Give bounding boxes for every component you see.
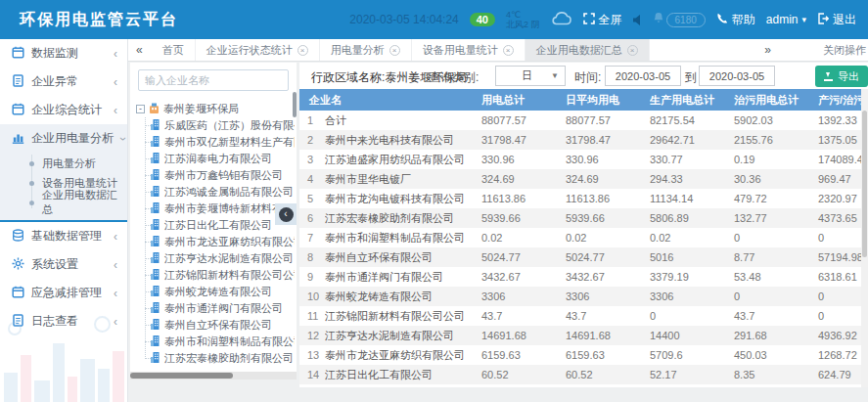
sidebar-item-6[interactable]: 应急减排管理‹ xyxy=(0,279,127,307)
sidebar: 数据监测‹企业异常‹企业综合统计‹企业用电量分析‹用电量分析设备用电量统计企业用… xyxy=(0,39,128,402)
close-icon[interactable]: × xyxy=(503,45,514,56)
scroll-tabs-right-icon[interactable]: » xyxy=(755,43,780,57)
tree-company-node[interactable]: 江苏润泰电力有限公司 xyxy=(141,151,295,167)
table-row[interactable]: 12江苏亨达水泥制造有限公司14691.6814691.6814400291.6… xyxy=(299,326,868,345)
table-row[interactable]: 15泰州市姜堰博特新材料有限公司820.04820.04738.4543.064… xyxy=(299,384,868,387)
table-row[interactable]: 7泰州市和润塑料制品有限公司0.020.020.0200 xyxy=(299,228,868,247)
tree-expander-icon[interactable]: - xyxy=(136,105,145,113)
value-cell: 3306 xyxy=(566,287,650,306)
value-cell: 479.72 xyxy=(734,189,818,208)
tree-company-node[interactable]: 泰州自立环保有限公司 xyxy=(141,317,295,334)
close-operations-menu[interactable]: 关闭操作 xyxy=(823,43,866,58)
table-vertical-scrollbar[interactable] xyxy=(861,89,868,387)
mute-icon[interactable] xyxy=(633,15,643,25)
value-cell: 5024.77 xyxy=(481,247,566,267)
sidebar-group: 基础数据管理‹ xyxy=(0,222,127,250)
table-row[interactable]: 5泰州市龙沟电镀科技有限公司11613.8611613.8611134.1447… xyxy=(299,189,868,208)
export-button[interactable]: 导出 xyxy=(815,66,868,87)
fullscreen-button[interactable]: 全屏 xyxy=(583,12,622,28)
user-menu[interactable]: admin ▾ xyxy=(766,13,806,26)
tree-company-node[interactable]: 江苏亨达水泥制造有限公司 xyxy=(141,250,295,267)
tree-company-node[interactable]: 泰州蛟龙铸造有限公司 xyxy=(141,284,295,300)
tab-4[interactable]: 企业用电数据汇总× xyxy=(525,39,650,61)
tab-0[interactable]: 首页 xyxy=(152,39,196,61)
sidebar-item-4[interactable]: 基础数据管理‹ xyxy=(0,222,127,250)
date-from-input[interactable]: 2020-03-05 xyxy=(605,66,681,86)
value-cell: 820.04 xyxy=(566,384,650,387)
table-row[interactable]: 14江苏日出化工有限公司60.5260.5252.178.35624.79 xyxy=(299,365,868,384)
company-name-cell: 泰州市姜堰博特新材料有限公司 xyxy=(325,384,481,387)
tab-2[interactable]: 用电量分析× xyxy=(320,39,412,61)
tree-company-node[interactable]: 泰州市通洋阀门有限公司 xyxy=(141,300,295,317)
sidebar-item-2[interactable]: 企业综合统计‹ xyxy=(0,96,127,124)
table-row[interactable]: 6江苏宏泰橡胶助剂有限公司5939.665939.665806.89132.77… xyxy=(299,208,868,228)
row-number: 6 xyxy=(299,208,325,228)
table-row[interactable]: 13泰州市龙达亚麻纺织有限公司6159.636159.635709.6450.0… xyxy=(299,345,868,365)
sidebar-subitem[interactable]: 企业用电数据汇总 xyxy=(0,193,127,212)
table-row[interactable]: 2泰州中来光电科技有限公司31798.4731798.4729642.71215… xyxy=(299,130,868,150)
sidebar-item-7[interactable]: 日志查看‹ xyxy=(0,307,127,335)
column-header[interactable]: 企业名 xyxy=(299,93,481,108)
table-row[interactable]: 4泰州市里华电镀厂324.69324.69294.3330.36969.47 xyxy=(299,169,868,189)
tab-1[interactable]: 企业运行状态统计× xyxy=(196,39,320,61)
column-header[interactable]: 用电总计 xyxy=(481,93,566,108)
table-row[interactable]: 3江苏迪盛家用纺织品有限公司330.96330.96330.770.191740… xyxy=(299,150,868,169)
value-cell: 330.77 xyxy=(650,150,734,169)
close-icon[interactable]: × xyxy=(627,45,638,56)
table-row[interactable]: 1合计88077.5788077.5782175.545902.031392.3… xyxy=(299,111,868,130)
tree-company-node[interactable]: 江苏日出化工有限公司 xyxy=(141,217,295,234)
company-label: 乐威医药（江苏）股份有限公司 xyxy=(164,118,295,133)
table-row[interactable]: 11江苏锦阳新材料有限公司公司43.743.7043.70 xyxy=(299,306,868,326)
sidebar-item-1[interactable]: 企业异常‹ xyxy=(0,67,127,96)
date-to-input[interactable]: 2020-03-05 xyxy=(699,66,775,86)
scrollbar-thumb[interactable] xyxy=(130,373,233,379)
tree-company-node[interactable]: 乐威医药（江苏）股份有限公司 xyxy=(141,117,295,134)
sidebar-subitem[interactable]: 用电量分析 xyxy=(0,154,127,173)
tree-root-node[interactable]: -泰州姜堰环保局 xyxy=(136,100,295,117)
query-type-select[interactable]: 日 ▼ xyxy=(495,66,566,86)
tree-vertical-scrollbar[interactable] xyxy=(293,92,297,117)
table-row[interactable]: 9泰州市通洋阀门有限公司3432.673432.673379.1953.4863… xyxy=(299,267,868,287)
tab-strip: 首页企业运行状态统计×用电量分析×设备用电量统计×企业用电数据汇总× xyxy=(152,39,650,61)
sidebar-subitem-label: 用电量分析 xyxy=(42,156,96,171)
table-row[interactable]: 10泰州蛟龙铸造有限公司33063306330600 xyxy=(299,287,868,306)
tree-root-node[interactable]: -上海市马陆工业园 xyxy=(136,367,295,368)
tree-company-node[interactable]: 泰州市万鑫钨钼有限公司 xyxy=(141,167,295,184)
time-label: 时间: xyxy=(574,69,601,86)
tab-3[interactable]: 设备用电量统计× xyxy=(412,39,525,61)
help-button[interactable]: 帮助 xyxy=(716,12,755,28)
scroll-tabs-left-icon[interactable]: « xyxy=(127,43,152,57)
logout-button[interactable]: 退出 xyxy=(817,12,856,28)
scrollbar-thumb[interactable] xyxy=(862,111,867,257)
alarm-badge[interactable]: 6180 xyxy=(654,13,706,27)
sidebar-item-0[interactable]: 数据监测‹ xyxy=(0,39,127,67)
tree-company-node[interactable]: 江苏宏泰橡胶助剂有限公司 xyxy=(141,350,295,367)
org-tree: -泰州姜堰环保局乐威医药（江苏）股份有限公司泰州市双亿新型材料生产有限公司江苏润… xyxy=(136,100,295,368)
company-search-input[interactable] xyxy=(138,69,289,91)
tree-company-node[interactable]: 泰州市和润塑料制品有限公司 xyxy=(141,334,295,350)
sidebar-item-5[interactable]: 系统设置‹ xyxy=(0,250,127,279)
sidebar-item-3[interactable]: 企业用电量分析‹ xyxy=(0,124,127,153)
table-header: 企业名用电总计日平均用电生产用电总计治污用电总计产污/治污(用 xyxy=(299,89,868,111)
column-header[interactable]: 日平均用电 xyxy=(566,93,650,108)
tree-company-node[interactable]: 泰州市姜堰博特新材料有限公司 xyxy=(141,201,295,217)
value-cell: 6159.63 xyxy=(566,345,650,365)
tree-company-node[interactable]: 江苏鸿诚金属制品有限公司 xyxy=(141,184,295,201)
tree-horizontal-scrollbar[interactable] xyxy=(130,372,297,380)
tree-company-node[interactable]: 泰州市龙达亚麻纺织有限公司 xyxy=(141,234,295,250)
table-row[interactable]: 8泰州自立环保有限公司5024.775024.7750168.7757194.9… xyxy=(299,247,868,267)
row-number: 2 xyxy=(299,130,325,150)
panel-collapse-button[interactable]: ‹ xyxy=(275,203,297,225)
row-number: 9 xyxy=(299,267,325,287)
close-icon[interactable]: × xyxy=(389,45,400,56)
to-label: 到 xyxy=(685,69,697,86)
tab-label: 首页 xyxy=(162,43,184,58)
column-header[interactable]: 生产用电总计 xyxy=(650,93,734,108)
sidebar-submenu: 用电量分析设备用电量统计企业用电数据汇总 xyxy=(0,153,127,220)
gear-icon xyxy=(12,257,24,273)
tree-company-node[interactable]: 泰州市双亿新型材料生产有限公司 xyxy=(141,134,295,151)
column-header[interactable]: 治污用电总计 xyxy=(734,93,818,108)
sidebar-item-label: 应急减排管理 xyxy=(31,285,102,301)
tree-company-node[interactable]: 江苏锦阳新材料有限公司公司 xyxy=(141,267,295,284)
close-icon[interactable]: × xyxy=(297,45,308,56)
